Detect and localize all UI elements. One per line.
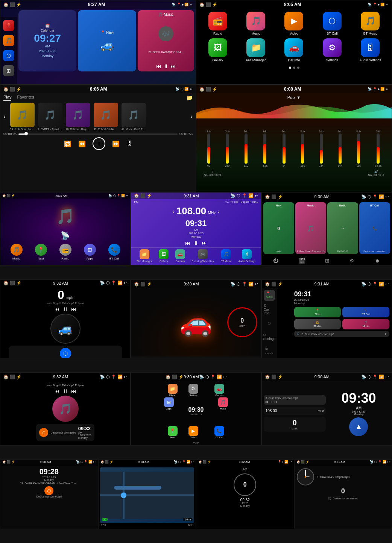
album-card[interactable]: 🎵42. Misty - Don't Touch... Don't Touch … (121, 103, 146, 130)
eq-slider-track[interactable] (245, 133, 248, 164)
dot-2[interactable] (293, 67, 295, 69)
album-card[interactable]: 🎵4. СУПРА - Давай обе... Давай обещание … (37, 103, 63, 130)
radio-play-btn[interactable]: ⏸ (193, 240, 199, 246)
music-sidebar-icon[interactable]: 🎵 (3, 35, 14, 46)
navi-icon-13[interactable]: ▲ (349, 417, 368, 436)
prev-album-arrow[interactable]: ‹ (3, 113, 5, 120)
bt-icon[interactable]: ⬡ (3, 50, 14, 61)
home-icon-navi[interactable]: 📍 Navi (35, 244, 47, 260)
apps-icon[interactable]: ⊞ (3, 65, 14, 76)
rewind-icon[interactable]: ⏪ (78, 140, 86, 147)
app-small-navi[interactable]: 📍 Navi (294, 307, 341, 317)
movie-btn[interactable]: 🎬 (299, 258, 305, 264)
eq-slider-track[interactable] (320, 133, 323, 164)
power-btn[interactable]: ⏻ (273, 258, 278, 264)
circ-settings[interactable]: ⚙ Settings (188, 384, 198, 396)
settings-btn-dash[interactable]: ⚙ (349, 258, 354, 264)
home-icon-music[interactable]: 🎵 Music (11, 244, 23, 260)
next-icon[interactable]: ⏭ (170, 63, 176, 69)
dot-3[interactable] (297, 67, 299, 69)
dot-1[interactable] (289, 67, 291, 69)
progress-bar-bg[interactable] (18, 133, 178, 135)
pause-icon[interactable]: ⏸ (163, 63, 169, 69)
prev-btn-8[interactable]: ⏮ (55, 306, 60, 312)
play-button[interactable]: ⏸ (93, 137, 105, 150)
eq-dropdown-icon[interactable]: ▼ (296, 95, 301, 100)
radio-app-file-manager[interactable]: 📁 File Manager (137, 249, 152, 262)
radio-app-steering-wheekey[interactable]: 🎮 Steering-WheeKey (192, 249, 214, 262)
app-item-file-manager[interactable]: 📁File Manager (238, 38, 273, 62)
freq-next-btn[interactable]: › (218, 208, 220, 214)
play-btn-8[interactable]: ⏸ (63, 306, 68, 312)
radio-prev-btn[interactable]: ⏮ (185, 240, 190, 246)
app-item-radio[interactable]: 📻Radio (200, 12, 235, 35)
app-item-bt-music[interactable]: 🎵BT Music (353, 12, 388, 35)
circ-navi[interactable]: 📍 Navi (168, 426, 178, 438)
music-play-10[interactable]: ⏸ (384, 333, 387, 335)
sidebar-nav-settings[interactable]: ⚙Settings (264, 332, 275, 343)
eq-slider-track[interactable] (357, 133, 360, 164)
home-icon-radio[interactable]: 📻 Radio (59, 244, 71, 260)
calendar-widget[interactable]: 📅 Calendar 09:27 AM 2023-12-25 Monday (18, 10, 76, 71)
eq-slider-track[interactable] (263, 133, 266, 164)
app-small-radio[interactable]: 📻 Radio (294, 319, 341, 329)
prev-11[interactable]: ⏮ (55, 388, 60, 394)
dash-card-radio[interactable]: Radio ~ FM 108.00 (327, 202, 358, 254)
eq-slider-track[interactable] (226, 133, 229, 164)
eq-slider-track[interactable] (377, 133, 380, 164)
home-icon-bt call[interactable]: 📞 BT Call (108, 244, 120, 260)
app-item-gallery[interactable]: 🖼Gallery (200, 38, 235, 62)
grid-btn[interactable]: ⊞ (325, 258, 330, 264)
app-item-bt-call[interactable]: ⬡BT Call (315, 12, 349, 35)
home-icon-apps[interactable]: ⊞ Apps (84, 244, 96, 260)
nav-icon[interactable]: 📍 (3, 20, 14, 31)
music-widget[interactable]: 🎵 Music 🎶 29. ONEIL,KANVISE,ORGA... ⏮ ⏸ … (138, 10, 194, 71)
tab-favorites[interactable]: Favorites (17, 95, 34, 101)
tab-play[interactable]: Play (3, 95, 11, 101)
radio-app-car-info[interactable]: 🚗 Car Info (175, 249, 185, 262)
album-card[interactable]: 🎵39. Josh Gram,Lucy G... You're Gold (9, 103, 35, 130)
forward-icon[interactable]: ⏩ (112, 140, 120, 147)
sound-field-btn[interactable]: 🔊 Sound Field (368, 170, 384, 177)
freq-prev-btn[interactable]: ‹ (172, 208, 174, 214)
eq-slider-track[interactable] (339, 133, 342, 164)
radio-app-gallery[interactable]: 🖼 Gallery (159, 249, 169, 262)
play-13[interactable]: ⏸ (270, 400, 273, 403)
sidebar-nav-navi[interactable]: 📍Navi (264, 290, 275, 301)
dash-card-music[interactable]: Music 🎵 3. Лiша Свик - Стерєа.mp3 (295, 202, 326, 254)
radio-app-audio-settings[interactable]: 🎛 Audio Settings (238, 249, 255, 262)
app-item-music[interactable]: 🎵Music (238, 12, 273, 35)
circ-apps[interactable]: ⊞ Apps (164, 397, 174, 410)
next-album-arrow[interactable]: › (191, 113, 193, 120)
sound-effect-btn[interactable]: 🎛 Sound Effect (204, 170, 221, 177)
circ-filemanager[interactable]: 📁 File M. (168, 384, 178, 396)
eq-slider-track[interactable] (301, 133, 304, 164)
circ-carinfo[interactable]: 🚗 Car Info (214, 384, 224, 396)
app-small-bt call[interactable]: 📞 BT Call (342, 307, 389, 317)
eq-slider-track[interactable] (207, 133, 210, 164)
app-item-car-info[interactable]: 🚗Car Info (277, 38, 311, 62)
face-btn[interactable]: ☻ (375, 258, 380, 264)
prev-icon[interactable]: ⏮ (156, 63, 161, 69)
equalizer-icon[interactable]: 🎛 (126, 140, 132, 147)
prev-13[interactable]: ⏮ (266, 400, 268, 403)
sidebar-nav-equalizer[interactable]: 🎛Car Info (264, 304, 275, 315)
sidebar-nav-bt[interactable]: ⬡ (264, 318, 275, 329)
circ-video[interactable]: ▶ Video (188, 426, 198, 438)
app-small-music[interactable]: 🎵 Music (342, 319, 389, 329)
app-item-audio-settings[interactable]: 🎛Audio Settings (353, 38, 388, 62)
app-item-settings[interactable]: ⚙Settings (315, 38, 349, 62)
sidebar-nav-apps[interactable]: ⊞Apps (264, 346, 275, 356)
app-item-video[interactable]: ▶Video (277, 12, 311, 35)
dash-card-navi[interactable]: Navi 0 mph (263, 202, 294, 254)
next-13[interactable]: ⏭ (275, 400, 277, 403)
radio-next-btn[interactable]: ⏭ (202, 240, 207, 246)
next-11[interactable]: ⏭ (71, 388, 76, 394)
bt-btn-14[interactable]: ⬡ (44, 486, 53, 495)
navi-widget[interactable]: 📍 Navi 🚙 (78, 10, 136, 71)
eq-slider-track[interactable] (283, 133, 286, 164)
repeat-icon[interactable]: 🔁 (64, 140, 71, 147)
folder-icon[interactable]: 📁 (186, 95, 193, 101)
radio-app-bt-music[interactable]: 🎵 BT Music (221, 249, 232, 262)
circ-music[interactable]: 🎵 Music (218, 397, 228, 410)
